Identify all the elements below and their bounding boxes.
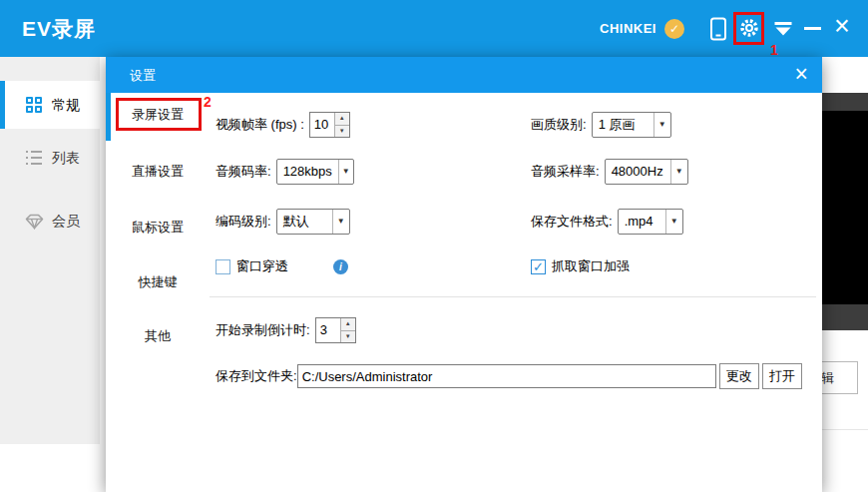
spin-up-icon[interactable]: ▲ (335, 113, 349, 126)
app-logo: EV录屏 (22, 15, 96, 43)
chevron-down-icon: ▼ (670, 160, 687, 184)
phone-cast-icon[interactable] (707, 17, 729, 45)
username-label[interactable]: CHINKEI (600, 21, 656, 36)
sample-rate-select[interactable]: 48000Hz ▼ (605, 159, 688, 185)
encode-level-label: 编码级别: (216, 213, 271, 231)
tab-live-settings[interactable]: 直播设置 (106, 163, 210, 183)
menu-funnel-icon[interactable] (774, 22, 792, 41)
open-folder-button[interactable]: 打开 (762, 363, 802, 389)
window-penetrate-checkbox[interactable] (216, 259, 230, 274)
annotation-number-1: 1 (770, 42, 778, 58)
quality-select[interactable]: 1 原画 ▼ (592, 112, 671, 138)
audio-bitrate-label: 音频码率: (216, 163, 271, 181)
quality-label: 画质级别: (531, 116, 587, 134)
dialog-title: 设置 (130, 67, 156, 85)
minimize-icon[interactable] (804, 27, 821, 30)
save-format-label: 保存文件格式: (531, 213, 613, 231)
sidebar-item-member[interactable]: 会员 (0, 197, 100, 245)
tab-hotkeys[interactable]: 快捷键 (106, 273, 210, 293)
sidebar: 常规 列表 会员 (0, 57, 100, 444)
app-titlebar: EV录屏 CHINKEI ✓ 1 × (0, 0, 868, 57)
capture-enhance-checkbox[interactable]: ✓ (531, 259, 546, 274)
sidebar-item-list[interactable]: 列表 (0, 134, 100, 182)
change-folder-button[interactable]: 更改 (719, 363, 759, 389)
chevron-down-icon: ▼ (653, 113, 670, 137)
sample-rate-label: 音频采样率: (531, 163, 600, 181)
section-divider (210, 296, 816, 297)
list-icon (26, 151, 42, 165)
dialog-close-icon[interactable]: × (795, 61, 808, 88)
dialog-titlebar: 设置 × (106, 57, 822, 93)
audio-bitrate-select[interactable]: 128kbps ▼ (276, 159, 354, 185)
spin-down-icon[interactable]: ▼ (335, 126, 349, 138)
settings-gear-icon[interactable] (738, 17, 760, 43)
encode-level-select[interactable]: 默认 ▼ (276, 209, 350, 235)
tab-mouse-settings[interactable]: 鼠标设置 (106, 219, 210, 239)
save-format-select[interactable]: .mp4 ▼ (618, 209, 683, 235)
countdown-spinner[interactable]: 3 ▲ ▼ (315, 317, 356, 343)
gem-vip-icon (25, 214, 44, 234)
divider (822, 429, 868, 430)
dialog-tab-column: 2 录屏设置 直播设置 鼠标设置 快捷键 其他 (106, 93, 210, 492)
chevron-down-icon: ▼ (332, 210, 349, 234)
save-folder-input[interactable] (297, 364, 716, 388)
spin-up-icon[interactable]: ▲ (341, 318, 355, 331)
fps-spinner[interactable]: 10 ▲ ▼ (309, 112, 350, 138)
capture-enhance-label: 抓取窗口加强 (552, 257, 630, 275)
fps-label: 视频帧率 (fps) : (216, 116, 304, 134)
countdown-label: 开始录制倒计时: (216, 321, 310, 339)
sidebar-item-general[interactable]: 常规 (0, 81, 100, 129)
spin-down-icon[interactable]: ▼ (341, 331, 355, 343)
save-folder-label: 保存到文件夹: (216, 367, 297, 385)
tab-record-settings[interactable]: 录屏设置 (106, 106, 210, 126)
chevron-down-icon: ▼ (338, 160, 353, 184)
info-icon[interactable]: i (333, 259, 348, 274)
tab-others[interactable]: 其他 (106, 327, 210, 347)
grid-icon (26, 97, 42, 113)
chevron-down-icon: ▼ (665, 210, 682, 234)
window-penetrate-label: 窗口穿透 (236, 257, 288, 275)
close-icon[interactable]: × (834, 11, 850, 41)
settings-dialog: 设置 × 2 录屏设置 直播设置 鼠标设置 快捷键 其他 视频帧率 (fps) … (106, 57, 822, 492)
vip-badge-icon[interactable]: ✓ (664, 19, 684, 39)
